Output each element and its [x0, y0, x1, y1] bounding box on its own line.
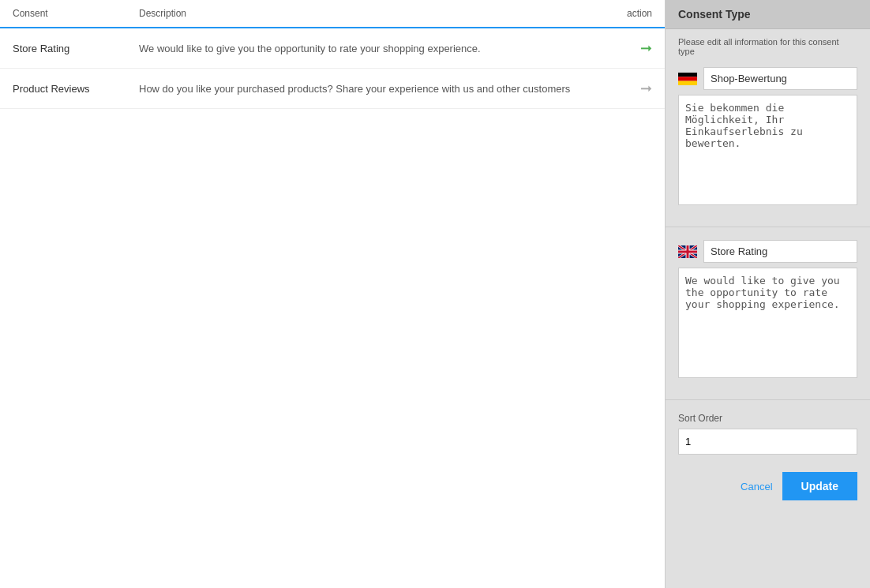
svg-rect-0 [678, 73, 697, 77]
consent-name-product-reviews: Product Reviews [13, 83, 139, 95]
right-panel-consent-type: Consent Type Please edit all information… [665, 0, 870, 588]
sort-order-input[interactable] [678, 429, 857, 455]
divider [666, 227, 870, 227]
col-header-action: action [589, 8, 652, 19]
table-row[interactable]: Store Rating We would like to give you t… [0, 28, 665, 69]
cancel-button[interactable]: Cancel [741, 481, 772, 492]
table-row[interactable]: Product Reviews How do you like your pur… [0, 69, 665, 109]
right-panel-subtitle: Please edit all information for this con… [666, 29, 870, 62]
consent-description-store-rating: We would like to give you the opportunit… [139, 43, 589, 54]
english-lang-section: We would like to give you the opportunit… [666, 235, 870, 391]
english-description-textarea[interactable]: We would like to give you the opportunit… [678, 268, 857, 378]
german-title-input[interactable] [703, 67, 857, 90]
main-table-panel: Consent Description action Store Rating … [0, 0, 665, 588]
svg-rect-2 [678, 81, 697, 84]
consent-name-store-rating: Store Rating [13, 43, 139, 54]
action-arrow-product-reviews[interactable]: ➞ [589, 80, 652, 97]
german-lang-section: Sie bekommen die Möglichkeit, Ihr Einkau… [666, 62, 870, 219]
svg-rect-1 [678, 77, 697, 81]
gray-arrow-icon: ➞ [640, 81, 652, 96]
button-row: Cancel Update [666, 463, 870, 505]
sort-order-label: Sort Order [678, 413, 857, 424]
english-title-row [678, 240, 857, 263]
consent-description-product-reviews: How do you like your purchased products?… [139, 83, 589, 95]
action-arrow-store-rating[interactable]: ➞ [589, 39, 652, 57]
english-title-input[interactable] [703, 240, 857, 263]
table-header: Consent Description action [0, 0, 665, 28]
german-description-textarea[interactable]: Sie bekommen die Möglichkeit, Ihr Einkau… [678, 95, 857, 205]
german-title-row [678, 67, 857, 90]
col-header-description: Description [139, 8, 589, 19]
sort-order-section: Sort Order [666, 408, 870, 463]
german-flag-icon [678, 73, 697, 85]
update-button[interactable]: Update [782, 472, 857, 500]
col-header-consent: Consent [13, 8, 139, 19]
right-panel-title: Consent Type [666, 0, 870, 29]
green-arrow-icon: ➞ [640, 40, 652, 56]
divider-2 [666, 399, 870, 400]
uk-flag-icon [678, 245, 697, 258]
